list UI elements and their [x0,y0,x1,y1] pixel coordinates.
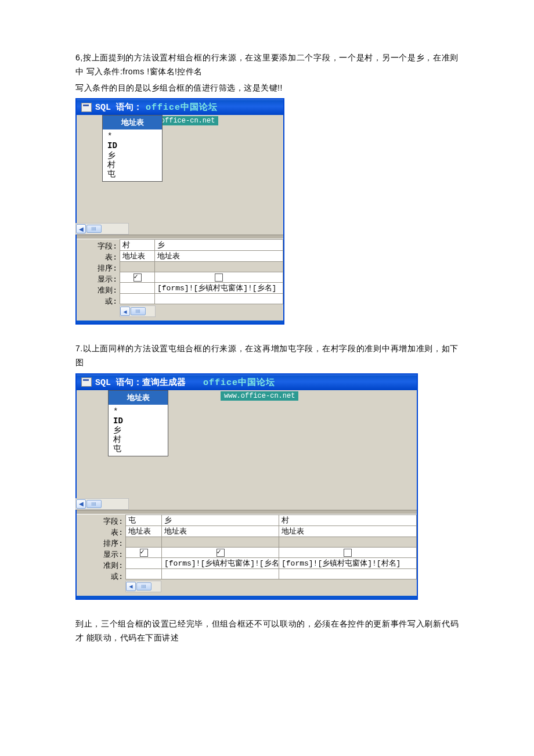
label-criteria: 准则: [80,560,123,571]
cell-sort-c1[interactable] [120,262,155,272]
cell-sort-c2[interactable] [155,262,283,272]
cell-criteria-c1[interactable] [126,557,162,568]
cell-table-c1[interactable]: 地址表 [120,251,155,262]
query-designer-window-2: SQL 语句：查询生成器 office中国论坛 www.office-cn.ne… [75,373,418,600]
scroll-thumb[interactable] [131,307,146,315]
canvas-hscroll-2[interactable]: ◀ [75,498,129,510]
checkbox-icon[interactable] [344,549,352,557]
field-item[interactable]: ID [113,416,163,426]
paragraph-7: 7.以上面同样的方法设置屯组合框的行来源，在这再增加屯字段，在村字段的准则中再增… [75,342,459,370]
cell-or-c1[interactable] [120,294,155,304]
source-table-fields-2: * ID 乡 村 屯 [109,405,168,456]
row-table: 地址表 地址表 [120,251,283,262]
row-sort [120,262,283,272]
watermark-url-2: www.office-cn.net [221,391,298,401]
label-or: 或: [80,296,117,307]
window-icon [81,103,92,112]
cell-sort-c2[interactable] [162,537,279,547]
screenshot-1: SQL 语句： office中国论坛 www.office-cn.net 地址表… [75,98,459,325]
cell-show-c2[interactable] [162,547,279,557]
row-criteria: [forms]![乡镇村屯窗体]![乡名] [forms]![乡镇村屯窗体]![… [126,557,417,568]
window-bottom-border [77,596,417,599]
cell-table-c2[interactable]: 地址表 [162,525,279,537]
cell-criteria-c1[interactable] [120,283,155,294]
field-item[interactable]: 村 [107,160,157,170]
cell-field-c1[interactable]: 村 [120,240,155,251]
source-table-box-1: 地址表 * ID 乡 村 屯 [102,115,163,181]
pane-splitter-2[interactable] [77,510,417,514]
cell-criteria-c3[interactable]: [forms]![乡镇村屯窗体]![村名] [279,557,417,568]
grid-columns-1: 村 乡 地址表 地址表 [120,239,283,321]
cell-table-c1[interactable]: 地址表 [126,525,162,537]
designer-canvas-2: 地址表 * ID 乡 村 屯 [77,401,417,498]
grid-hscroll-1[interactable]: ◀ [120,305,156,317]
cell-show-c3[interactable] [279,547,417,557]
pane-splitter-1[interactable] [77,235,283,239]
scroll-left-icon[interactable]: ◀ [120,307,130,316]
scroll-thumb[interactable] [86,500,102,508]
cell-or-c1[interactable] [126,568,162,579]
scroll-thumb[interactable] [86,225,102,233]
checkbox-icon[interactable] [217,549,225,557]
scroll-left-icon[interactable]: ◀ [76,224,86,233]
field-item[interactable]: 乡 [113,426,163,435]
cell-criteria-c2[interactable]: [forms]![乡镇村屯窗体]![乡名] [155,283,283,294]
paragraph-6: 6,按上面提到的方法设置村组合框的行来源，在这里要添加二个字段，一个是村，另一个… [75,51,459,79]
paragraph-6b: 写入条件的目的是以乡组合框的值进行筛选，这是关键!! [75,81,459,95]
row-field: 村 乡 [120,240,283,251]
label-field: 字段: [80,240,117,251]
cell-or-c2[interactable] [155,294,283,304]
field-item[interactable]: 村 [113,435,163,444]
field-item[interactable]: 乡 [107,151,157,160]
row-or [126,568,417,579]
field-item[interactable]: ID [107,141,157,150]
scroll-thumb[interactable] [136,582,151,591]
label-table: 表: [80,251,117,262]
cell-sort-c1[interactable] [126,537,162,547]
cell-field-c1[interactable]: 屯 [126,514,162,525]
cell-field-c3[interactable]: 村 [279,514,417,525]
checkbox-icon[interactable] [134,273,142,282]
label-table: 表: [80,527,123,538]
designer-canvas-1: 地址表 * ID 乡 村 屯 [77,125,283,223]
scroll-left-icon[interactable]: ◀ [126,582,136,591]
field-item[interactable]: 屯 [107,170,157,179]
cell-table-c3[interactable]: 地址表 [279,525,417,537]
field-item[interactable]: 屯 [113,444,163,453]
source-table-title-1: 地址表 [103,116,162,129]
row-show [120,272,283,283]
window-bottom-border [77,321,283,323]
checkbox-icon[interactable] [215,273,223,282]
cell-or-c3[interactable] [279,568,417,579]
cell-show-c2[interactable] [155,272,283,283]
field-item[interactable]: * [107,132,157,141]
cell-or-c2[interactable] [162,568,279,579]
page: 6,按上面提到的方法设置村组合框的行来源，在这里要添加二个字段，一个是村，另一个… [0,0,534,682]
grid-row-labels-2: 字段: 表: 排序: 显示: 准则: 或: [77,514,125,596]
row-or [120,294,283,304]
checkbox-icon[interactable] [140,549,148,557]
screenshot-2: SQL 语句：查询生成器 office中国论坛 www.office-cn.ne… [75,373,459,600]
cell-field-c2[interactable]: 乡 [155,240,283,251]
title-watermark-text-2: office中国论坛 [203,377,275,388]
row-table: 地址表 地址表 地址表 [126,525,417,537]
cell-table-c2[interactable]: 地址表 [155,251,283,262]
cell-criteria-c2[interactable]: [forms]![乡镇村屯窗体]![乡名] [162,557,279,568]
cell-show-c1[interactable] [120,272,155,283]
field-item[interactable]: * [113,407,163,416]
row-criteria: [forms]![乡镇村屯窗体]![乡名] [120,283,283,294]
grid-columns-2: 屯 乡 村 地址表 地址表 地址表 [125,514,417,596]
scroll-left-icon[interactable]: ◀ [76,499,86,509]
label-sort: 排序: [80,538,123,549]
cell-field-c2[interactable]: 乡 [162,514,279,525]
cell-sort-c3[interactable] [279,537,417,547]
canvas-hscroll-1[interactable]: ◀ [75,223,129,235]
label-criteria: 准则: [80,285,117,296]
source-table-title-2: 地址表 [109,391,168,405]
label-field: 字段: [80,516,123,527]
row-show [126,547,417,557]
window-titlebar-2: SQL 语句：查询生成器 office中国论坛 [77,375,417,390]
cell-show-c1[interactable] [126,547,162,557]
row-sort [126,537,417,547]
grid-hscroll-2[interactable]: ◀ [125,581,161,592]
